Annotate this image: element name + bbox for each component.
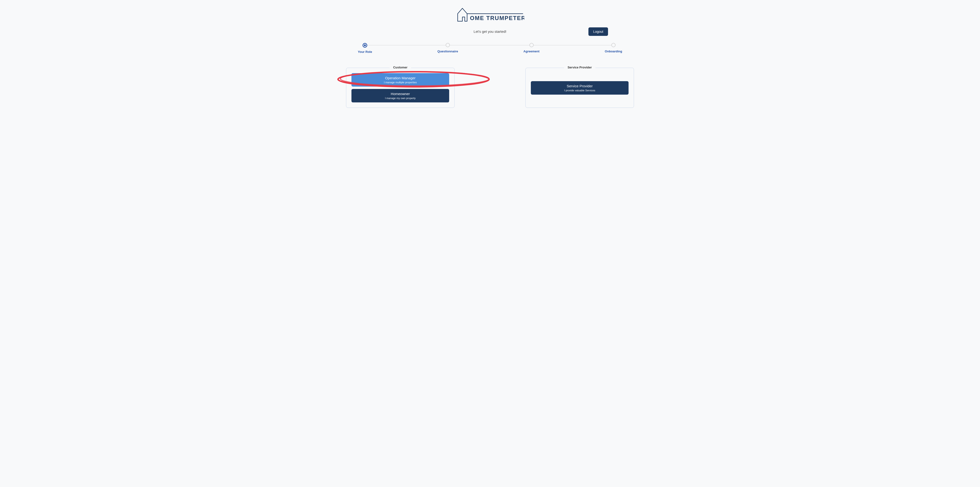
role-option-description: I provide valuable Services <box>536 89 624 92</box>
customer-section-title: Customer <box>390 66 411 69</box>
step-label: Questionnaire <box>438 49 458 53</box>
role-option-description: I manage multiple properties <box>356 81 444 84</box>
logo-container: OME TRUMPETER <box>334 7 646 24</box>
header-row: Let's get you started! Logout <box>334 30 646 33</box>
step-label: Agreement <box>523 49 539 53</box>
step-circle-icon <box>445 43 450 47</box>
service-provider-section-title: Service Provider <box>564 66 595 69</box>
page-subtitle: Let's get you started! <box>474 30 506 33</box>
step-agreement[interactable]: Agreement <box>523 43 539 53</box>
role-option-homeowner[interactable]: Homeowner I manage my own property <box>352 89 449 102</box>
step-circle-icon <box>530 43 534 47</box>
role-option-description: I manage my own property <box>356 97 444 100</box>
role-option-title: Service Provider <box>536 84 624 88</box>
brand-logo: OME TRUMPETER <box>456 7 524 24</box>
role-cards: Customer Operation Manager I manage mult… <box>346 68 634 108</box>
step-label: Your Role <box>358 50 372 54</box>
stepper: Your Role Questionnaire Agreement Onboar… <box>358 43 622 54</box>
step-your-role[interactable]: Your Role <box>358 43 372 54</box>
step-onboarding[interactable]: Onboarding <box>605 43 622 53</box>
svg-point-2 <box>340 72 489 86</box>
page-container: OME TRUMPETER Let's get you started! Log… <box>325 7 655 108</box>
step-label: Onboarding <box>605 49 622 53</box>
step-circle-icon <box>611 43 616 47</box>
customer-section: Customer Operation Manager I manage mult… <box>346 68 455 108</box>
service-provider-section: Service Provider Service Provider I prov… <box>525 68 634 108</box>
brand-text: OME TRUMPETER <box>470 15 524 21</box>
logout-button[interactable]: Logout <box>589 27 608 36</box>
role-option-title: Homeowner <box>356 92 444 96</box>
step-questionnaire[interactable]: Questionnaire <box>438 43 458 53</box>
highlight-annotation <box>336 70 492 89</box>
step-circle-icon <box>363 43 367 48</box>
role-option-service-provider[interactable]: Service Provider I provide valuable Serv… <box>531 81 628 95</box>
